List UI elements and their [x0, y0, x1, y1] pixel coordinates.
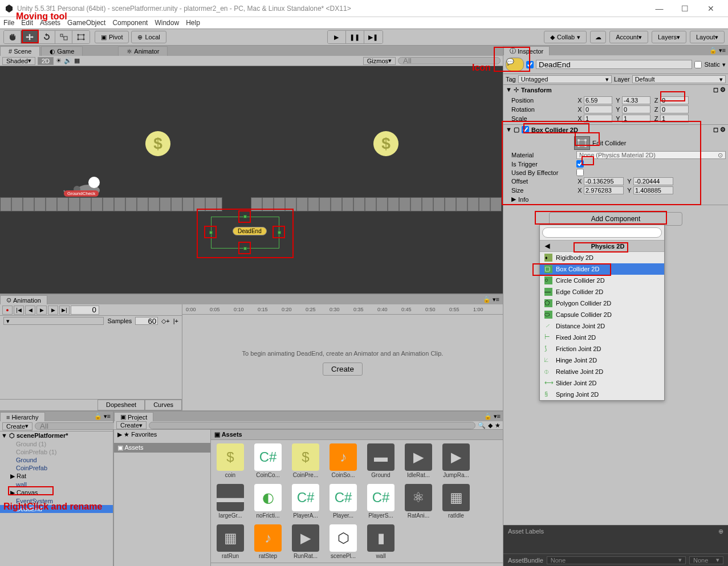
- asset-item[interactable]: ▮wall: [365, 524, 397, 559]
- menu-assets[interactable]: Assets: [40, 19, 60, 27]
- project-create-dropdown[interactable]: Create ▾: [116, 421, 147, 429]
- hierarchy-item[interactable]: Ground: [0, 456, 113, 464]
- rot-y[interactable]: [622, 105, 650, 113]
- rect-tool[interactable]: [72, 31, 90, 43]
- active-checkbox[interactable]: [526, 61, 534, 68]
- boxcollider-header[interactable]: ▼ ▢ Box Collider 2D◻ ⚙: [503, 125, 728, 135]
- rot-x[interactable]: [584, 105, 612, 113]
- tab-project[interactable]: ▣ Project: [114, 412, 153, 421]
- dropdown-item[interactable]: ⟋Distance Joint 2D: [540, 320, 664, 332]
- usedbyeffector-checkbox[interactable]: [576, 169, 584, 176]
- name-input[interactable]: [536, 60, 692, 69]
- pos-y[interactable]: [622, 96, 650, 104]
- prev-frame-button[interactable]: ◀: [25, 306, 35, 315]
- dropdown-item[interactable]: ⦶Relative Joint 2D: [540, 366, 664, 377]
- scl-z[interactable]: [660, 115, 689, 123]
- hierarchy-item[interactable]: wall: [0, 481, 113, 488]
- hierarchy-create-dropdown[interactable]: Create ▾: [2, 422, 32, 430]
- asset-item[interactable]: C#CoinCo...: [252, 443, 284, 478]
- asset-item[interactable]: $coin: [214, 443, 246, 478]
- audio-icon[interactable]: 🔊: [64, 57, 72, 64]
- create-animation-button[interactable]: Create: [323, 363, 363, 376]
- assetbundle-name-dropdown[interactable]: None▾: [547, 556, 686, 564]
- minimize-button[interactable]: —: [646, 1, 672, 17]
- asset-item[interactable]: ▶RunRat...: [290, 524, 322, 559]
- boxcollider-enabled[interactable]: [522, 126, 529, 133]
- menu-edit[interactable]: Edit: [21, 19, 33, 27]
- fx-icon[interactable]: ▦: [74, 57, 80, 64]
- size-y[interactable]: [633, 186, 673, 194]
- tree-assets[interactable]: ▣ Assets: [114, 443, 210, 453]
- transform-header[interactable]: ▼ ⊹ Transform◻ ⚙: [503, 85, 728, 95]
- asset-item[interactable]: C#PlayerS...: [365, 484, 397, 519]
- last-frame-button[interactable]: ▶|: [59, 306, 70, 315]
- asset-item[interactable]: C#PlayerA...: [290, 484, 322, 519]
- tab-curves[interactable]: Curves: [145, 400, 182, 410]
- layer-dropdown[interactable]: Default▾: [632, 75, 726, 83]
- asset-item[interactable]: ♪ratStep: [252, 524, 284, 559]
- menu-help[interactable]: Help: [186, 19, 200, 27]
- layout-button[interactable]: Layout ▾: [690, 31, 725, 43]
- asset-item[interactable]: ⚛RatAni...: [402, 484, 434, 519]
- collider-handle[interactable]: [278, 231, 281, 234]
- scene-view[interactable]: $ $ GroundCheck DeadEnd: [0, 66, 503, 294]
- asset-item[interactable]: C#Player...: [327, 484, 359, 519]
- hierarchy-item[interactable]: Ground (1): [0, 440, 113, 448]
- assetbundle-variant-dropdown[interactable]: None▾: [689, 556, 723, 564]
- dropdown-item[interactable]: ⬭Capsule Collider 2D: [540, 309, 664, 320]
- close-button[interactable]: ✕: [698, 1, 723, 17]
- menu-component[interactable]: Component: [112, 19, 148, 27]
- play-button[interactable]: ▶: [328, 31, 346, 43]
- dropdown-back-button[interactable]: ◀: [542, 242, 553, 250]
- hierarchy-item-selected[interactable]: DeadEnd: [0, 505, 113, 513]
- panel-menu-icon[interactable]: 🔒 ▾≡: [482, 412, 503, 421]
- asset-item[interactable]: ▬Ground: [365, 443, 397, 478]
- dropdown-item[interactable]: ⬧Rigidbody 2D: [540, 252, 664, 263]
- first-frame-button[interactable]: |◀: [14, 306, 24, 315]
- local-button[interactable]: ⊕ Local: [131, 31, 166, 43]
- asset-item[interactable]: ◐noFricti...: [252, 484, 284, 519]
- dropdown-item[interactable]: §Spring Joint 2D: [540, 389, 664, 400]
- samples-input[interactable]: [135, 317, 158, 325]
- asset-item[interactable]: ▶JumpRa...: [440, 443, 472, 478]
- hierarchy-item[interactable]: ▶ Canvas: [0, 488, 113, 497]
- asset-item[interactable]: ▶IdleRat...: [402, 443, 434, 478]
- account-button[interactable]: Account ▾: [609, 31, 648, 43]
- hand-tool[interactable]: [4, 31, 21, 43]
- collider-handle[interactable]: [243, 215, 247, 218]
- dropdown-item[interactable]: ⟀Hinge Joint 2D: [540, 355, 664, 366]
- tab-hierarchy[interactable]: ≡ Hierarchy: [0, 412, 45, 421]
- dropdown-item[interactable]: ○Circle Collider 2D: [540, 275, 664, 286]
- pos-x[interactable]: [584, 96, 612, 104]
- collider-handle[interactable]: [209, 231, 213, 234]
- rot-z[interactable]: [660, 105, 689, 113]
- tab-animator[interactable]: ⚛ Animator: [118, 46, 168, 56]
- asset-item[interactable]: $CoinPre...: [290, 443, 322, 478]
- add-component-button[interactable]: Add Component: [549, 212, 682, 226]
- layers-button[interactable]: Layers ▾: [652, 31, 686, 43]
- save-search-icon[interactable]: ★: [495, 422, 501, 429]
- size-x[interactable]: [584, 186, 624, 194]
- asset-labels-menu-icon[interactable]: ⊕: [718, 528, 723, 535]
- asset-item[interactable]: ▬▬largeGr...: [214, 484, 246, 519]
- asset-item[interactable]: ▦ratRun: [214, 524, 246, 559]
- menu-window[interactable]: Window: [154, 19, 179, 27]
- step-button[interactable]: ▶❚: [364, 31, 383, 43]
- pivot-button[interactable]: ▣ Pivot: [95, 31, 129, 43]
- scale-tool[interactable]: [55, 31, 72, 43]
- dropdown-item-selected[interactable]: ▢Box Collider 2D: [540, 263, 664, 275]
- menu-file[interactable]: File: [3, 19, 14, 27]
- frame-input[interactable]: [71, 306, 99, 315]
- filter-icon[interactable]: ◆: [488, 422, 493, 429]
- dropdown-item[interactable]: ⟷Slider Joint 2D: [540, 377, 664, 389]
- menu-gameobject[interactable]: GameObject: [67, 19, 105, 27]
- next-frame-button[interactable]: ▶: [48, 306, 58, 315]
- search-icon[interactable]: 🔍: [478, 422, 486, 429]
- tab-dopesheet[interactable]: Dopesheet: [97, 400, 145, 410]
- asset-item[interactable]: ♪CoinSo...: [327, 443, 359, 478]
- gizmos-dropdown[interactable]: Gizmos ▾: [363, 57, 396, 65]
- edit-collider-button[interactable]: [574, 136, 590, 150]
- tab-inspector[interactable]: ⓘ Inspector: [503, 46, 550, 55]
- tab-scene[interactable]: # Scene: [0, 46, 40, 56]
- scl-y[interactable]: [622, 115, 650, 123]
